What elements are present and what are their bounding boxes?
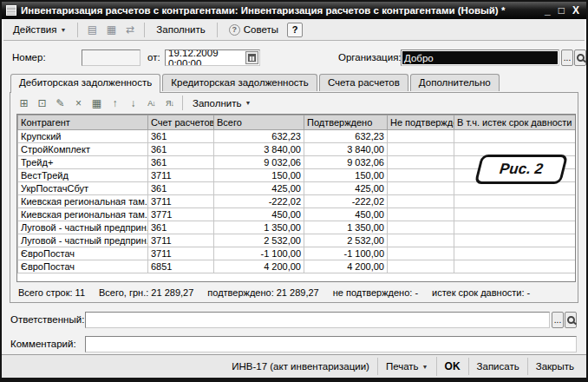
column-header-0[interactable]: Контрагент	[18, 115, 148, 130]
cell[interactable]: 9 032,06	[304, 156, 388, 169]
cell[interactable]: 361	[148, 221, 214, 234]
cell[interactable]: Киевская региональная там...	[18, 195, 148, 208]
tab-additional[interactable]: Дополнительно	[410, 74, 500, 91]
cell[interactable]: Луговой - частный предприн...	[18, 221, 148, 234]
close-button[interactable]: X	[572, 4, 579, 16]
cell[interactable]: 6851	[148, 260, 214, 273]
cell[interactable]: 425,00	[214, 182, 304, 195]
inv17-button[interactable]: ИНВ-17 (акт инвентаризации)	[224, 358, 377, 375]
cell[interactable]: 425,00	[304, 182, 388, 195]
cell[interactable]: 3711	[148, 169, 214, 182]
table-row[interactable]: Киевская региональная там...3771450,0045…	[18, 208, 577, 221]
column-header-3[interactable]: Подтверждено	[304, 115, 388, 130]
table-row[interactable]: Киевская региональная там...3711-222,02-…	[18, 195, 577, 208]
edit-row-icon[interactable]: ✎	[52, 96, 69, 110]
cell[interactable]: 1 350,00	[304, 221, 388, 234]
cell[interactable]	[388, 234, 454, 247]
cell[interactable]	[388, 143, 454, 156]
cell[interactable]	[388, 221, 454, 234]
table-row[interactable]: ЄвроПостач68514 200,004 200,00	[18, 260, 577, 273]
tab-credit[interactable]: Кредиторская задолженность	[162, 74, 317, 91]
cell[interactable]: 1 350,00	[214, 221, 304, 234]
organization-lookup-button[interactable]	[574, 49, 586, 66]
cell[interactable]	[454, 195, 577, 208]
cell[interactable]	[454, 260, 577, 273]
cell[interactable]: -222,02	[214, 195, 304, 208]
organization-ellipsis-button[interactable]: ...	[561, 49, 573, 66]
tab-accounts[interactable]: Счета расчетов	[319, 74, 408, 91]
comment-input[interactable]	[85, 336, 577, 352]
actions-button[interactable]: Действия ▼	[7, 22, 72, 37]
organization-input[interactable]: Добро	[401, 49, 559, 66]
responsible-ellipsis-button[interactable]: ...	[552, 312, 564, 328]
cell[interactable]: 150,00	[304, 169, 388, 182]
help-button[interactable]: ?	[287, 23, 303, 37]
cell[interactable]	[388, 208, 454, 221]
date-picker-button[interactable]	[245, 51, 258, 64]
minimize-button[interactable]: _	[545, 4, 551, 16]
column-header-2[interactable]: Всего	[214, 115, 304, 130]
document-copy-icon[interactable]: ⇄	[121, 22, 139, 38]
cell[interactable]	[388, 260, 454, 273]
order-icon[interactable]: ▦	[88, 96, 105, 110]
cell[interactable]: Луговой - частный предприн...	[18, 234, 148, 247]
cell[interactable]: Крупский	[18, 130, 148, 143]
tab-debit[interactable]: Дебиторская задолженность	[10, 74, 160, 93]
table-row[interactable]: Луговой - частный предприн...3611 350,00…	[18, 221, 577, 234]
cell[interactable]: 450,00	[214, 208, 304, 221]
cell[interactable]: 2 532,00	[304, 234, 388, 247]
cell[interactable]: 632,23	[304, 130, 388, 143]
responsible-input[interactable]	[85, 312, 550, 328]
cell[interactable]: 2 532,00	[214, 234, 304, 247]
table-row[interactable]: ЄвроПостач3711-1 100,00-1 100,00	[18, 247, 577, 260]
responsible-lookup-button[interactable]	[565, 312, 577, 328]
cell[interactable]: -222,02	[304, 195, 388, 208]
cell[interactable]: УкрПостачСбут	[18, 182, 148, 195]
cell[interactable]: Киевская региональная там...	[18, 208, 148, 221]
cell[interactable]: Трейд+	[18, 156, 148, 169]
ok-button[interactable]: OK	[436, 357, 468, 376]
cell[interactable]	[454, 247, 577, 260]
cell[interactable]	[388, 182, 454, 195]
table-fill-button[interactable]: Заполнить▼	[187, 97, 256, 109]
cell[interactable]: 3 840,00	[214, 143, 304, 156]
table-row[interactable]: Крупский361632,23632,23	[18, 130, 577, 143]
copy-row-icon[interactable]: ⊡	[34, 96, 50, 110]
tips-button[interactable]: ? Советы	[223, 22, 284, 38]
add-row-icon[interactable]: ⊞	[16, 96, 32, 110]
cell[interactable]: ЄвроПостач	[18, 247, 148, 260]
cell[interactable]	[388, 130, 454, 143]
cell[interactable]: ВестТрейд	[18, 169, 148, 182]
cell[interactable]	[454, 221, 577, 234]
cell[interactable]	[454, 208, 577, 221]
cell[interactable]: 632,23	[214, 130, 304, 143]
cell[interactable]	[388, 247, 454, 260]
document-plus-icon[interactable]: ▤	[83, 22, 101, 38]
number-input[interactable]	[82, 49, 140, 66]
cell[interactable]: 3711	[148, 247, 214, 260]
close-form-button[interactable]: Закрыть	[527, 358, 582, 375]
maximize-button[interactable]: □	[559, 4, 565, 16]
fill-button[interactable]: Заполнить	[150, 22, 211, 37]
column-header-1[interactable]: Счет расчетов	[148, 115, 214, 130]
cell[interactable]: 361	[148, 156, 214, 169]
table-row[interactable]: Луговой - частный предприн...37112 532,0…	[18, 234, 577, 247]
cell[interactable]: СтройКомплект	[18, 143, 148, 156]
cell[interactable]: 3711	[148, 234, 214, 247]
cell[interactable]: -1 100,00	[214, 247, 304, 260]
cell[interactable]	[388, 195, 454, 208]
cell[interactable]	[454, 234, 577, 247]
move-up-icon[interactable]: ↑	[107, 96, 123, 110]
column-header-5[interactable]: В т.ч. истек срок давности	[454, 115, 577, 130]
cell[interactable]: 3 840,00	[304, 143, 388, 156]
save-button[interactable]: Записать	[468, 358, 527, 375]
cell[interactable]: 450,00	[304, 208, 388, 221]
cell[interactable]	[388, 169, 454, 182]
delete-row-icon[interactable]: ×	[70, 96, 87, 110]
print-button[interactable]: Печать▼	[377, 358, 436, 375]
sort-descending-icon[interactable]: Я↓	[161, 96, 178, 110]
cell[interactable]: -1 100,00	[304, 247, 388, 260]
cell[interactable]: ЄвроПостач	[18, 260, 148, 273]
document-check-icon[interactable]: ▦	[102, 22, 120, 38]
cell[interactable]: 3771	[148, 208, 214, 221]
